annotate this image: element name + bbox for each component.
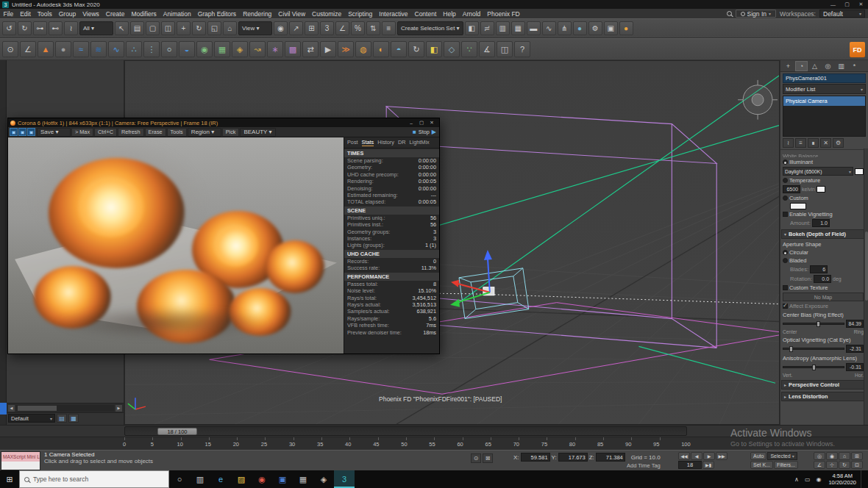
maxscript-mini-listener[interactable]: MAXScript Mini Listener [1,451,40,470]
tab-history[interactable]: History [377,139,394,146]
isolate-selection-toggle-icon[interactable]: ⊙ [471,453,481,463]
menu-help[interactable]: Help [440,9,459,18]
zoom-icon[interactable]: ◎ [814,452,825,460]
render-production-icon[interactable]: ● [619,21,633,35]
select-and-link-icon[interactable]: ⊶ [33,21,47,35]
pin-stack-icon[interactable]: ≀ [783,138,794,148]
toggle-scene-explorer-icon[interactable]: ▥ [496,21,510,35]
menu-customize[interactable]: Customize [309,9,345,18]
tab-utilities[interactable]: * [848,61,861,71]
illuminant-radio[interactable] [783,159,788,165]
menu-views[interactable]: Views [79,9,103,18]
key-filters-button[interactable]: Filters... [774,461,798,469]
tab-hierarchy[interactable]: △ [808,61,821,71]
menu-file[interactable]: File [0,9,17,18]
anisotropy-field[interactable]: -0.31 [846,363,864,371]
maximize-viewport-icon[interactable]: ⊡ [851,461,863,469]
file-explorer-icon[interactable]: ▨ [231,470,252,488]
resume-render-icon[interactable]: ▶ [432,129,436,135]
toggle-layer-explorer-icon[interactable]: ▦ [511,21,525,35]
optical-vignetting-slider[interactable] [783,348,844,350]
custom-color-swatch[interactable] [790,203,806,209]
zoom-all-icon[interactable]: ◉ [826,452,838,460]
app-blue-icon[interactable]: ▣ [272,470,293,488]
track-bar[interactable]: 0510152025303540455055606570758085909510… [0,437,868,450]
camera-tool-icon[interactable]: ◫ [497,41,513,57]
go-to-end-button[interactable]: ▶▶ [716,452,728,460]
amount-field[interactable]: 1.0 [812,219,830,227]
vfb-close-button[interactable]: ✕ [427,120,437,126]
selection-lock-toggle-icon[interactable]: ⊠ [483,453,493,463]
tab-post[interactable]: Post [347,139,358,146]
scroll-thumb[interactable] [18,406,57,411]
set-key-button[interactable]: Set K... [750,461,773,469]
optical-vignetting-field[interactable]: -2.31 [846,345,864,353]
no-map-button[interactable]: No Map [783,293,864,301]
select-and-manipulate-icon[interactable]: ↗ [289,21,303,35]
select-object-icon[interactable]: ↖ [115,21,129,35]
tab-create[interactable]: + [782,61,794,71]
menu-edit[interactable]: Edit [17,9,35,18]
docked-window-icon[interactable] [0,403,7,415]
menu-interactive[interactable]: Interactive [376,9,411,18]
vfb-zoom-icon[interactable]: ▣ [18,128,26,136]
tray-volume-icon[interactable]: ◉ [813,476,824,483]
mirror-icon[interactable]: ◧ [465,21,479,35]
task-view-icon[interactable]: ▥ [190,470,210,488]
next-frame-button[interactable]: ▶▮ [702,461,714,469]
taskbar-search[interactable]: Type here to search [19,470,169,488]
keyboard-shortcut-override-icon[interactable]: ⊞ [305,21,319,35]
phoenix-fire-icon[interactable]: ▲ [38,41,54,57]
menu-civil-view[interactable]: Civil View [275,9,309,18]
menu-scripting[interactable]: Scripting [345,9,376,18]
tab-lightmix[interactable]: LightMix [410,139,430,146]
lens-distortion-rollout-header[interactable]: ▸ Lens Distortion [781,392,865,401]
custom-texture-checkbox[interactable] [783,285,788,290]
close-button[interactable]: ✕ [854,0,868,9]
percent-snap-icon[interactable]: % [351,21,365,35]
phoenix-liquid-icon[interactable]: ≈ [73,41,89,57]
temperature-radio[interactable] [783,178,788,183]
pan-icon[interactable]: ⊹ [826,461,838,469]
phoenix-source-icon[interactable]: ◉ [196,41,213,57]
mini-grid-icon[interactable]: ▦ [68,414,79,423]
menu-group[interactable]: Group [55,9,79,18]
rendered-frame-window-icon[interactable]: ▣ [604,21,618,35]
bind-to-space-warp-icon[interactable]: ≀ [64,21,78,35]
undo-icon[interactable]: ↺ [2,21,16,35]
circular-radio[interactable] [783,250,788,255]
white-balance-swatch[interactable] [855,168,864,175]
schematic-view-icon[interactable]: ⋔ [558,21,572,35]
cortana-icon[interactable]: ○ [169,470,190,488]
time-slider-track[interactable]: 18 / 100 [124,426,687,436]
channel-select-dropdown[interactable]: BEAUTY ▾ [240,128,275,137]
phoenix-body-force-icon[interactable]: ◈ [232,41,248,57]
go-to-start-button[interactable]: ◀◀ [678,452,690,460]
chrome-icon[interactable]: ◉ [252,470,272,488]
fov-icon[interactable]: ∠ [814,461,825,469]
center-bias-slider[interactable] [783,323,844,325]
phoenix-foam-icon[interactable]: ○ [161,41,177,57]
corona-interactive-icon[interactable]: ◐ [373,41,389,57]
current-frame-field[interactable]: 18 [678,461,702,469]
key-mode-dropdown[interactable]: Selected ▾ [767,452,797,460]
maximize-button[interactable]: ▢ [840,0,854,9]
bladed-radio[interactable] [783,258,788,263]
unlink-selection-icon[interactable]: ⊷ [49,21,63,35]
slider-thumb[interactable] [817,321,820,327]
align-icon[interactable]: ≓ [480,21,494,35]
temperature-swatch[interactable] [817,186,825,193]
anisotropy-slider[interactable] [783,366,844,368]
window-crossing-toggle-icon[interactable]: ◫ [161,21,175,35]
zoom-extents-all-icon[interactable]: ⊞ [851,452,863,460]
render-setup-icon[interactable]: ⚙ [588,21,602,35]
3ds-max-icon[interactable]: 3 [334,470,355,488]
blades-field[interactable]: 6 [810,265,828,273]
select-and-move-icon[interactable]: + [177,21,191,35]
select-by-name-icon[interactable]: ▤ [130,21,144,35]
corona-rendered-image[interactable] [8,137,344,354]
scroll-left-button[interactable]: ◀ [7,404,15,412]
viewcube[interactable] [738,80,778,120]
pick-button[interactable]: Pick [222,128,240,137]
scroll-track[interactable] [16,405,114,412]
